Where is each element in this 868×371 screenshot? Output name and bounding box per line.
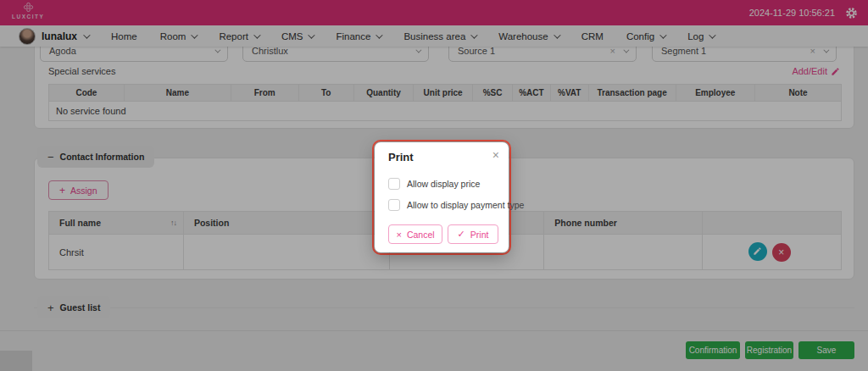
check-icon: ✓ xyxy=(458,229,465,240)
app-window: LUXCITY 2024-11-29 10:56:21 lunalux Home… xyxy=(0,0,868,371)
checkbox-label: Allow to display payment type xyxy=(407,200,524,210)
allow-payment-type-row: Allow to display payment type xyxy=(388,199,524,211)
close-icon[interactable]: × xyxy=(492,148,499,162)
cancel-button[interactable]: × Cancel xyxy=(388,224,442,244)
highlight-ring: Print × Allow display price Allow to dis… xyxy=(372,140,511,255)
x-icon: × xyxy=(396,230,401,240)
print-dialog: Print × Allow display price Allow to dis… xyxy=(375,142,509,252)
allow-display-price-row: Allow display price xyxy=(388,178,480,190)
allow-payment-type-checkbox[interactable] xyxy=(388,199,400,211)
checkbox-label: Allow display price xyxy=(407,179,480,189)
dialog-title: Print xyxy=(388,151,414,163)
allow-display-price-checkbox[interactable] xyxy=(388,178,400,190)
print-button[interactable]: ✓ Print xyxy=(448,224,498,244)
